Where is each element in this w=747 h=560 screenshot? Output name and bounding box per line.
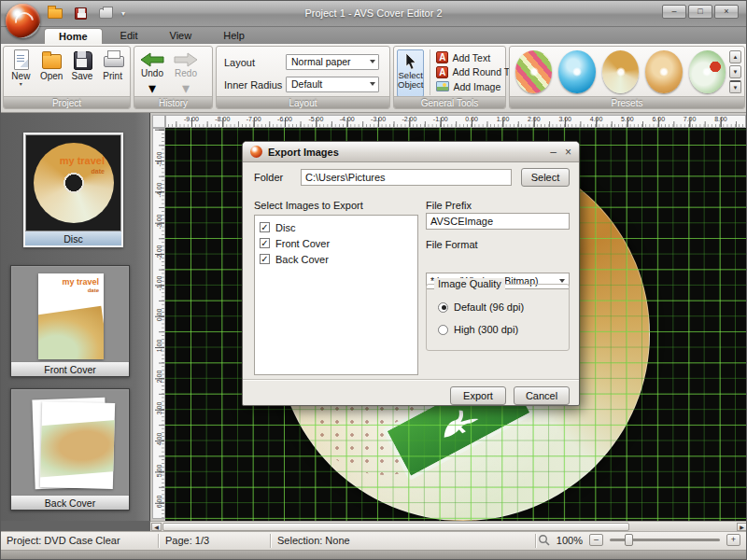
scroll-left-icon[interactable]: ◀: [151, 523, 162, 531]
tab-home[interactable]: Home: [44, 28, 103, 44]
ruler-label: -1.00: [426, 116, 456, 122]
status-project: Project: DVD Case Clear: [7, 535, 120, 546]
presets-scroll-up-button[interactable]: ▲: [729, 50, 741, 63]
zoom-slider-handle[interactable]: [625, 534, 633, 546]
tab-view[interactable]: View: [156, 28, 206, 44]
dialog-app-icon: [250, 146, 262, 158]
undo-arrow-icon: [140, 52, 164, 67]
group-label-history: History: [134, 96, 212, 108]
app-logo-icon[interactable]: [6, 4, 40, 38]
ruler-label: 0.00: [156, 301, 162, 329]
chevron-down-icon: [559, 279, 565, 283]
pages-sidebar: my traveldate Disc my traveldate Front C…: [1, 113, 150, 521]
ribbon-group-history: Undo ▾ Redo ▾ History: [134, 46, 213, 109]
checkbox-icon[interactable]: ✓: [260, 222, 270, 232]
undo-button[interactable]: Undo ▾: [140, 52, 164, 97]
tab-edit[interactable]: Edit: [106, 28, 152, 44]
ribbon: New▾OpenSavePrint Project Undo ▾ Redo ▾: [1, 44, 746, 113]
ruler-label: 4.00: [156, 426, 162, 454]
preset-disc-5-icon[interactable]: [689, 50, 726, 93]
maximize-button[interactable]: □: [688, 5, 712, 19]
add-text-icon: A: [436, 51, 448, 63]
radio-icon: [438, 325, 448, 335]
preset-disc-4-icon[interactable]: [645, 50, 682, 93]
image-quality-label: Image Quality: [434, 278, 505, 289]
ruler-label: -5.00: [301, 116, 331, 122]
zoom-in-button[interactable]: +: [726, 534, 740, 546]
ruler-label: -1.00: [156, 270, 162, 298]
thumbnail-label: Front Cover: [11, 361, 129, 376]
inner-radius-dropdown[interactable]: Default: [286, 77, 379, 92]
export-images-list[interactable]: ✓Disc✓Front Cover✓Back Cover: [254, 215, 418, 375]
presets-gallery-button[interactable]: ▼: [729, 80, 741, 93]
select-folder-button[interactable]: Select: [521, 168, 570, 187]
ruler-corner: [152, 115, 165, 128]
print-button[interactable]: Print: [99, 49, 126, 86]
cancel-button[interactable]: Cancel: [514, 386, 570, 405]
ruler-label: -4.00: [156, 176, 162, 204]
ruler-label: 5.00: [156, 456, 162, 484]
folder-input[interactable]: [301, 169, 512, 186]
sidebar-item-disc[interactable]: my traveldate Disc: [23, 133, 123, 247]
sidebar-item-front-cover[interactable]: my traveldate Front Cover: [10, 265, 130, 377]
dialog-close-icon[interactable]: ×: [565, 147, 571, 158]
scroll-right-icon[interactable]: ▶: [737, 523, 747, 531]
ruler-label: -2.00: [394, 116, 424, 122]
horizontal-scrollbar[interactable]: ◀ ▶: [150, 521, 747, 531]
ruler-label: 0.00: [457, 116, 486, 122]
export-item-disc[interactable]: ✓Disc: [260, 219, 413, 235]
select-images-label: Select Images to Export: [254, 200, 363, 211]
radio-high-quality[interactable]: High (300 dpi): [438, 324, 518, 335]
zoom-level: 100%: [557, 535, 583, 546]
layout-dropdown[interactable]: Normal paper: [286, 54, 379, 70]
ribbon-group-layout: LayoutNormal paperInner RadiusDefault La…: [216, 46, 390, 109]
export-button[interactable]: Export: [450, 386, 506, 405]
zoom-slider[interactable]: [610, 539, 720, 541]
presets-scroll-down-button[interactable]: ▼: [729, 65, 741, 78]
file-prefix-input[interactable]: [426, 213, 570, 230]
radio-icon: [438, 302, 448, 313]
thumbnail-label: Disc: [25, 231, 121, 245]
preset-disc-3-icon[interactable]: [602, 50, 639, 93]
preset-disc-2-icon[interactable]: [558, 50, 595, 93]
status-selection: Selection: None: [277, 535, 350, 546]
dialog-minimize-icon[interactable]: –: [550, 147, 557, 158]
export-item-back-cover[interactable]: ✓Back Cover: [260, 251, 413, 267]
checkbox-icon[interactable]: ✓: [260, 254, 270, 264]
minimize-button[interactable]: –: [662, 5, 686, 19]
layout-field-label: Layout: [224, 57, 286, 68]
preset-disc-1-icon[interactable]: [515, 50, 552, 93]
sidebar-item-back-cover[interactable]: Back Cover: [10, 388, 130, 511]
save-button[interactable]: Save: [69, 49, 96, 86]
ruler-label: -4.00: [332, 116, 362, 122]
horizontal-ruler: -9.00-8.00-7.00-6.00-5.00-4.00-3.00-2.00…: [165, 115, 746, 128]
cursor-arrow-icon: [403, 52, 418, 71]
image-quality-groupbox: Image Quality Default (96 dpi) High (300…: [426, 284, 570, 351]
zoom-out-button[interactable]: –: [589, 534, 603, 546]
select-object-button[interactable]: Select Object: [397, 49, 424, 97]
ruler-label: -9.00: [176, 116, 206, 122]
chevron-down-icon: [370, 60, 375, 63]
dialog-title-bar[interactable]: Export Images – ×: [243, 142, 579, 162]
disc-thumbnail-image: my traveldate: [34, 143, 114, 223]
open-button[interactable]: Open: [38, 49, 65, 86]
redo-button[interactable]: Redo ▾: [174, 52, 198, 97]
checkbox-icon[interactable]: ✓: [260, 238, 270, 248]
status-page: Page: 1/3: [165, 535, 209, 546]
export-item-front-cover[interactable]: ✓Front Cover: [260, 235, 413, 251]
file-prefix-label: File Prefix: [426, 200, 472, 211]
open-icon: [41, 49, 62, 70]
thumbnail-label: Back Cover: [11, 495, 129, 510]
new-button[interactable]: New▾: [7, 49, 35, 86]
scrollbar-thumb[interactable]: [162, 523, 629, 531]
ruler-label: -8.00: [207, 116, 237, 122]
close-button[interactable]: ×: [714, 5, 739, 19]
ruler-label: 2.00: [519, 116, 549, 122]
ruler-label: -5.00: [156, 146, 162, 174]
group-label-general-tools: General Tools: [394, 96, 505, 108]
radio-default-quality[interactable]: Default (96 dpi): [438, 301, 524, 313]
tab-help[interactable]: Help: [209, 28, 259, 44]
add-round-text-icon: A: [436, 66, 448, 78]
new-icon: [10, 49, 31, 70]
app-window: ▾ Project 1 - AVS Cover Editor 2 – □ × H…: [0, 0, 747, 560]
